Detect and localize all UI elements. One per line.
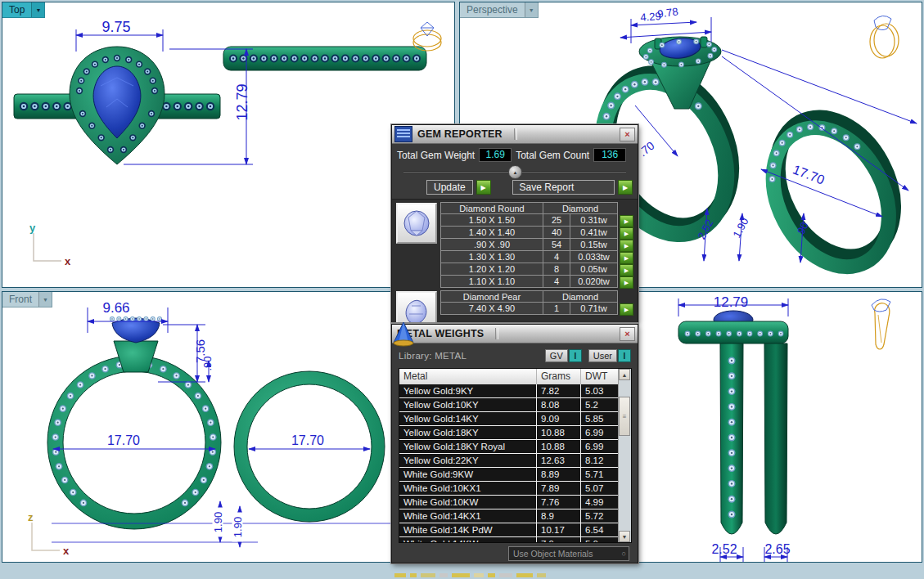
metal-row[interactable]: Yellow Gold:18KY10.886.99 — [399, 426, 631, 440]
gem-row-select-icon[interactable]: ▶ — [620, 303, 633, 316]
dimension-label: 12.79 — [702, 295, 759, 309]
gem-reporter-icon — [394, 126, 412, 142]
metal-name: Yellow Gold:10KY — [399, 398, 537, 411]
metal-name: Yellow Gold:14KY — [399, 412, 537, 425]
column-header-dwt[interactable]: DWT — [581, 369, 619, 384]
metal-weights-titlebar[interactable]: METAL WEIGHTS × — [392, 325, 638, 343]
library-label: Library: METAL — [399, 351, 467, 361]
metal-row[interactable]: White Gold:14KW7.95.0 — [399, 537, 631, 542]
gem-reporter-buttons: Update ▶ Save Report ▶ — [392, 178, 638, 199]
metal-grams: 12.63 — [537, 454, 581, 467]
update-button[interactable]: Update — [426, 180, 473, 195]
gem-weight: 0.15tw — [570, 239, 618, 251]
column-header-metal[interactable]: Metal — [399, 369, 537, 384]
metal-row[interactable]: White Gold:10KW7.764.99 — [399, 496, 631, 509]
gem-row-select-icon[interactable]: ▶ — [620, 276, 633, 289]
user-toggle[interactable]: User I — [588, 349, 631, 362]
chevron-down-icon[interactable]: ▼ — [525, 2, 538, 17]
gv-indicator[interactable]: I — [569, 349, 582, 362]
gem-weight: 0.41tw — [570, 227, 618, 239]
slider-knob[interactable]: ▲ — [508, 165, 522, 179]
scroll-thumb[interactable]: ≡ — [619, 397, 630, 436]
metal-dwt: 6.99 — [581, 426, 619, 439]
titlebar-divider — [495, 328, 498, 339]
update-run-icon[interactable]: ▶ — [476, 180, 491, 195]
axis-indicator: y x — [29, 222, 71, 267]
viewport-top[interactable]: y x Top ▼ — [2, 2, 455, 288]
gem-row-select-icon[interactable]: ▶ — [620, 264, 633, 276]
user-indicator[interactable]: I — [618, 349, 631, 362]
column-header-grams[interactable]: Grams — [537, 369, 581, 384]
metal-table: Metal Grams DWT Yellow Gold:9KY7.825.03Y… — [399, 368, 632, 543]
gv-toggle[interactable]: GV I — [545, 349, 582, 362]
gem-row-select-icon[interactable]: ▶ — [620, 215, 633, 227]
gem-size: 1.50 X 1.50 — [440, 214, 543, 227]
top-view-drawing: y x — [2, 2, 454, 287]
gem-weight: 0.31tw — [570, 214, 618, 227]
metal-row[interactable]: Yellow Gold:22KY12.638.12 — [399, 454, 631, 468]
svg-text:x: x — [63, 545, 70, 557]
gem-count: 40 — [543, 227, 570, 239]
viewport-tab-label: Front — [2, 293, 38, 307]
total-gem-count-label: Total Gem Count — [516, 150, 589, 161]
viewport-tab-front[interactable]: Front ▼ — [2, 292, 52, 307]
dimension-label: 1.90 — [232, 513, 243, 542]
gem-size-row: 1.50 X 1.50250.31tw▶ — [440, 214, 634, 227]
metal-row[interactable]: Yellow Gold:18KY Royal10.886.99 — [399, 440, 631, 454]
metal-row[interactable]: Yellow Gold:10KY8.085.2 — [399, 398, 631, 412]
metal-row[interactable]: Yellow Gold:9KY7.825.03 — [399, 384, 631, 398]
application-window: y x Top ▼ — [0, 0, 924, 579]
metal-name: White Gold:10KW — [399, 496, 537, 509]
shank-profile-plain[interactable] — [764, 343, 787, 534]
use-object-materials-dropdown[interactable]: Use Object Materials ○ — [508, 546, 629, 561]
gem-reporter-titlebar[interactable]: GEM REPORTER × — [392, 125, 638, 144]
svg-text:y: y — [29, 222, 36, 234]
save-report-run-icon[interactable]: ▶ — [618, 180, 633, 195]
gv-label[interactable]: GV — [545, 349, 568, 362]
gem-shape-header: Diamond Round — [440, 202, 543, 214]
ring-3d-band[interactable] — [747, 98, 919, 287]
gem-reporter-panel[interactable]: GEM REPORTER × Total Gem Weight 1.69 Tot… — [391, 124, 638, 322]
user-label[interactable]: User — [588, 349, 617, 362]
gem-row-select-icon[interactable]: ▶ — [620, 252, 633, 264]
chevron-down-icon[interactable]: ▼ — [31, 2, 44, 17]
viewport-tab-top[interactable]: Top ▼ — [2, 2, 45, 18]
metal-dwt: 8.12 — [581, 454, 619, 467]
close-icon[interactable]: × — [620, 327, 635, 341]
chevron-down-icon[interactable]: ▼ — [38, 292, 52, 307]
vertical-scrollbar[interactable]: ▲ ≡ ▼ — [618, 369, 631, 542]
metal-row[interactable]: White Gold:14KX18.95.72 — [399, 509, 631, 523]
gem-count: 25 — [543, 214, 570, 227]
svg-text:x: x — [65, 255, 71, 267]
close-icon[interactable]: × — [620, 128, 635, 141]
dimension-label: 2.65 — [757, 543, 798, 556]
panel-collapse-slider[interactable]: ▲ — [400, 165, 629, 177]
metal-name: Yellow Gold:18KY — [399, 426, 537, 439]
gem-row-select-icon[interactable]: ▶ — [620, 227, 633, 240]
svg-text:z: z — [28, 511, 34, 523]
gem-size-row: 1.10 X 1.1040.020tw▶ — [440, 276, 634, 288]
gem-row-select-icon[interactable]: ▶ — [620, 240, 633, 252]
metal-grams: 7.9 — [537, 537, 581, 542]
metal-row[interactable]: White Gold:9KW8.895.71 — [399, 468, 631, 482]
save-report-button[interactable]: Save Report — [512, 180, 615, 195]
scroll-up-icon[interactable]: ▲ — [619, 369, 630, 380]
metal-row[interactable]: Yellow Gold:14KY9.095.85 — [399, 412, 631, 426]
gem-groups-list: Diamond RoundDiamond1.50 X 1.50250.31tw▶… — [392, 199, 638, 338]
metal-grams: 10.17 — [537, 523, 581, 536]
clipped-status-text — [394, 568, 640, 577]
metal-name: White Gold:14K PdW — [399, 523, 537, 536]
total-gem-weight-value: 1.69 — [479, 148, 512, 162]
metal-weights-panel[interactable]: METAL WEIGHTS × Library: METAL GV I User… — [391, 324, 638, 563]
gem-size-row: 1.20 X 1.2080.05tw▶ — [440, 263, 634, 276]
metal-dwt: 6.54 — [581, 523, 619, 536]
viewport-tab-perspective[interactable]: Perspective ▼ — [460, 2, 539, 18]
gem-size: .90 X .90 — [440, 239, 543, 251]
metal-row[interactable]: White Gold:10KX17.895.07 — [399, 482, 631, 496]
scroll-down-icon[interactable]: ▼ — [619, 531, 630, 542]
dimension-label: .90 — [202, 352, 213, 376]
metal-row[interactable]: White Gold:14K PdW10.176.54 — [399, 523, 631, 537]
metal-dwt: 5.71 — [581, 468, 619, 481]
viewport-front[interactable]: z x Front ▼ — [2, 291, 455, 563]
metal-dwt: 4.99 — [581, 496, 619, 509]
